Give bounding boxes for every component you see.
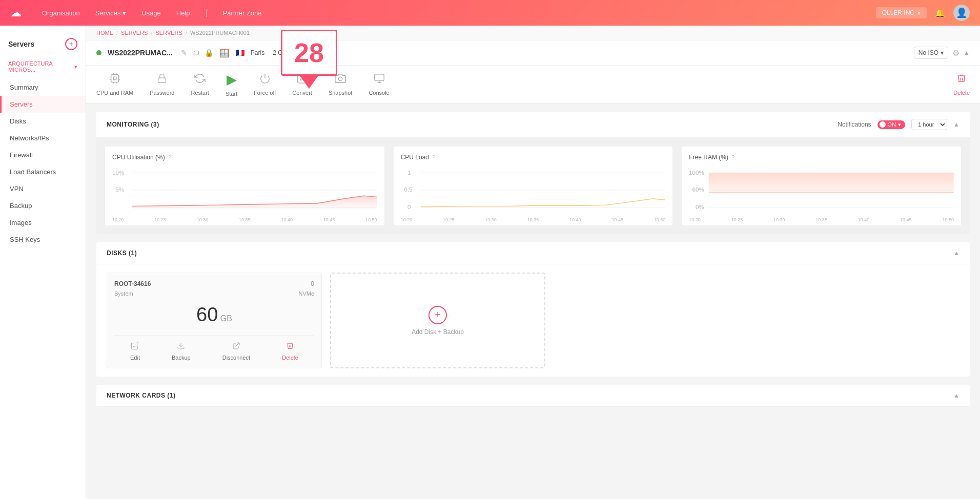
disks-title: DISKS (1): [107, 249, 137, 257]
nav-organisation[interactable]: Organisation: [42, 9, 80, 17]
sidebar-item-disks[interactable]: Disks: [0, 113, 86, 130]
svg-line-35: [236, 343, 239, 346]
notifications-label: Notifications: [838, 121, 871, 128]
disk-backup-label: Backup: [172, 355, 191, 361]
network-cards-collapse-icon[interactable]: ▲: [953, 392, 959, 399]
password-button[interactable]: Password: [150, 73, 174, 96]
disk-backup-button[interactable]: Backup: [172, 342, 191, 361]
sidebar-add-button[interactable]: +: [65, 38, 77, 50]
disk-size-display: 60 GB: [114, 304, 314, 326]
tag-icon[interactable]: 🏷: [192, 49, 199, 57]
top-navigation: ☁ Organisation Services ▾ Usage Help | P…: [0, 0, 980, 26]
sidebar-org-name: ARQUITECTURA MICROS...: [8, 60, 72, 73]
sidebar-item-ssh-keys[interactable]: SSH Keys: [0, 231, 86, 248]
sidebar-item-networks-ips[interactable]: Networks/IPs: [0, 130, 86, 147]
cpu-ram-button[interactable]: CPU and RAM: [96, 73, 133, 96]
restart-button[interactable]: Restart: [191, 73, 209, 96]
disk-disconnect-button[interactable]: Disconnect: [222, 342, 250, 361]
force-off-icon: [259, 73, 271, 87]
console-button[interactable]: Console: [369, 73, 389, 96]
sidebar-item-firewall[interactable]: Firewall: [0, 147, 86, 163]
free-ram-chart-area: 100% 60% 0% 10:20 10:25 10:30: [689, 167, 954, 218]
toggle-circle: [880, 121, 886, 128]
iso-selector[interactable]: No ISO ▾: [914, 47, 948, 59]
sidebar-org-chevron: ▾: [74, 64, 77, 70]
notification-bell-icon[interactable]: 🔔: [935, 8, 945, 18]
server-status-indicator: [96, 50, 101, 55]
free-ram-title: Free RAM (%) ?: [689, 154, 954, 161]
cpu-ram-icon: [109, 73, 120, 87]
disk-size-number: 60: [196, 304, 218, 325]
add-disk-label: Add Disk + Backup: [412, 328, 464, 336]
disk-edit-icon: [131, 342, 139, 352]
org-selector[interactable]: OLLER INC ▾: [876, 7, 927, 18]
sidebar-item-vpn[interactable]: VPN: [0, 180, 86, 197]
cpu-util-info-icon[interactable]: ?: [168, 154, 171, 160]
nav-services[interactable]: Services ▾: [95, 9, 126, 17]
nav-help[interactable]: Help: [176, 9, 190, 17]
disk-delete-icon: [286, 342, 294, 352]
network-cards-title: NETWORK CARDS (1): [107, 392, 176, 399]
org-dropdown-icon: ▾: [917, 9, 921, 16]
breadcrumb-servers1[interactable]: SERVERS: [121, 30, 148, 36]
server-header-right: No ISO ▾ ⚙ ▲: [914, 47, 970, 59]
svg-rect-13: [374, 74, 383, 81]
force-off-button[interactable]: Force off: [254, 73, 276, 96]
snapshot-button[interactable]: Snapshot: [329, 73, 352, 96]
free-ram-x-labels: 10:20 10:25 10:30 10:35 10:40 10:45 10:5…: [689, 217, 954, 222]
svg-text:10%: 10%: [112, 170, 125, 175]
monitoring-title: MONITORING (3): [107, 121, 159, 128]
add-disk-button[interactable]: + Add Disk + Backup: [330, 273, 545, 368]
breadcrumb-current: WS2022PRUMACH001: [190, 30, 250, 36]
sidebar-item-load-balancers[interactable]: Load Balancers: [0, 163, 86, 180]
settings-gear-icon[interactable]: ⚙: [952, 48, 959, 58]
delete-button[interactable]: Delete: [953, 73, 970, 96]
nav-partner-zone[interactable]: Partner Zone: [223, 9, 262, 17]
svg-point-12: [338, 77, 342, 80]
lock-icon[interactable]: 🔒: [205, 49, 213, 57]
sidebar-item-servers[interactable]: Servers: [0, 96, 86, 113]
nav-usage[interactable]: Usage: [141, 9, 161, 17]
user-avatar[interactable]: 👤: [953, 5, 970, 21]
disk-disconnect-label: Disconnect: [222, 355, 250, 361]
notifications-toggle[interactable]: ON ▾: [877, 120, 906, 129]
start-button[interactable]: ▶ Start: [226, 72, 237, 97]
sidebar: Servers + ARQUITECTURA MICROS... ▾ Summa…: [0, 26, 86, 499]
disk-type-row: System NVMe: [114, 290, 314, 297]
collapse-chevron-icon[interactable]: ▲: [964, 49, 970, 56]
cpu-load-info-icon[interactable]: ?: [432, 154, 435, 160]
cpu-util-chart-area: 10% 5% 10:20 10:25 10:30 10:35: [112, 167, 377, 218]
breadcrumb-home[interactable]: HOME: [96, 30, 113, 36]
disks-content: ROOT-34616 0 System NVMe 60 GB: [96, 264, 970, 377]
logo-icon[interactable]: ☁: [10, 6, 22, 19]
convert-label: Convert: [292, 90, 312, 96]
iso-label: No ISO: [918, 49, 938, 56]
disk-edit-button[interactable]: Edit: [130, 342, 140, 361]
free-ram-info-icon[interactable]: ?: [731, 154, 734, 160]
sidebar-item-images[interactable]: Images: [0, 214, 86, 231]
main-layout: Servers + ARQUITECTURA MICROS... ▾ Summa…: [0, 26, 980, 499]
sidebar-item-summary[interactable]: Summary: [0, 79, 86, 96]
disk-header: ROOT-34616 0: [114, 280, 314, 287]
sidebar-org[interactable]: ARQUITECTURA MICROS... ▾: [0, 58, 86, 79]
free-ram-chart: Free RAM (%) ?: [681, 146, 962, 226]
svg-text:0%: 0%: [696, 204, 704, 210]
cpu-ram-label: CPU and RAM: [96, 90, 133, 96]
toggle-label: ON: [888, 121, 896, 128]
cpu-util-title: CPU Utilisation (%) ?: [112, 154, 377, 161]
disk-delete-button[interactable]: Delete: [282, 342, 298, 361]
time-period-select[interactable]: 1 hour: [911, 119, 947, 130]
sidebar-header: Servers +: [0, 34, 86, 58]
svg-rect-10: [158, 78, 166, 82]
sidebar-item-backup[interactable]: Backup: [0, 197, 86, 214]
monitoring-controls: Notifications ON ▾ 1 hour ▲: [838, 119, 959, 130]
monitoring-collapse-icon[interactable]: ▲: [953, 121, 959, 128]
disk-edit-label: Edit: [130, 355, 140, 361]
cpu-util-x-labels: 10:20 10:25 10:30 10:35 10:40 10:45 10:5…: [112, 217, 377, 222]
cpu-load-title: CPU Load ?: [401, 154, 666, 161]
disk-number: 0: [311, 280, 314, 287]
disks-collapse-icon[interactable]: ▲: [953, 249, 959, 257]
edit-icon[interactable]: ✎: [181, 49, 187, 57]
breadcrumb-servers2[interactable]: SERVERS: [156, 30, 182, 36]
restart-icon: [194, 73, 206, 87]
